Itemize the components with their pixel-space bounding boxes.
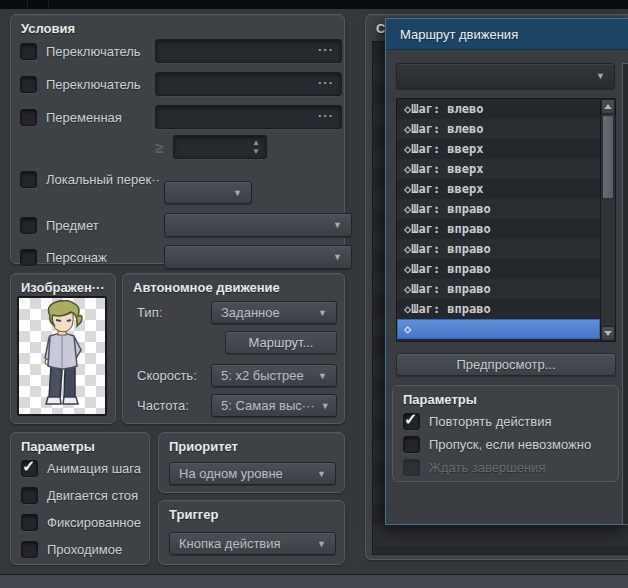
frequency-value: 5: Самая выс··· — [221, 398, 315, 413]
condition-row: Переменная ··· — [20, 105, 342, 129]
chevron-down-icon: ▼ — [590, 71, 605, 81]
route-step-text: ◇Шаг: вверх — [404, 182, 483, 196]
route-step-item[interactable]: ◇Шаг: вправо — [397, 199, 600, 219]
checkbox-label: Фиксированное — [47, 515, 141, 530]
route-step-item[interactable]: ◇ — [397, 319, 600, 339]
frequency-label: Частота: — [137, 398, 189, 413]
checkbox-label: Ждать завершения — [429, 460, 545, 475]
checkbox[interactable] — [21, 460, 38, 477]
checkbox-label: Проходимое — [47, 542, 122, 557]
preview-button[interactable]: Предпросмотр... — [396, 353, 616, 376]
route-step-text: ◇Шаг: влево — [404, 102, 483, 116]
condition-checkbox[interactable] — [20, 109, 37, 126]
trigger-dropdown[interactable]: Кнопка действия ▼ — [169, 532, 336, 555]
route-step-item[interactable]: ◇Шаг: вправо — [397, 259, 600, 279]
variable-amount-row: ≥ ▲▼ — [155, 135, 267, 159]
condition-value-field[interactable]: ··· — [155, 72, 342, 96]
checkbox[interactable] — [403, 413, 420, 430]
dialog-titlebar[interactable]: Маршрут движения — [386, 19, 628, 50]
route-step-text: ◇Шаг: влево — [404, 122, 483, 136]
variable-amount-spinner[interactable]: ▲▼ — [173, 135, 267, 159]
triangle-up-icon — [604, 104, 612, 109]
options-list: Анимация шага Двигается стоя Фиксированн… — [21, 457, 141, 565]
chevron-down-icon: ▼ — [311, 469, 326, 479]
browse-button[interactable]: ··· — [318, 108, 334, 123]
route-steps-rows: ◇Шаг: влево ◇Шаг: влево ◇Шаг: вверх ◇Шаг… — [397, 99, 615, 339]
route-step-item[interactable]: ◇Шаг: влево — [397, 99, 600, 119]
checkbox-label: Пропуск, если невозможно — [429, 437, 591, 452]
route-step-item[interactable]: ◇Шаг: вправо — [397, 299, 600, 319]
image-group: Изображен··· — [10, 273, 116, 424]
checkbox-row: Проходимое — [21, 538, 141, 560]
route-step-item[interactable]: ◇Шаг: вверх — [397, 139, 600, 159]
condition-checkbox[interactable] — [20, 43, 37, 60]
greater-equal-symbol: ≥ — [155, 139, 173, 156]
bottom-window-strip — [0, 574, 628, 588]
route-params-title: Параметры — [393, 386, 618, 407]
route-step-text: ◇Шаг: вправо — [404, 222, 491, 236]
local-switch-checkbox[interactable] — [20, 171, 37, 188]
scroll-up-button[interactable] — [601, 99, 615, 114]
condition-value-field[interactable]: ··· — [155, 105, 342, 129]
route-step-item[interactable]: ◇Шаг: вверх — [397, 179, 600, 199]
character-sprite-image[interactable] — [17, 296, 107, 416]
character-checkbox[interactable] — [20, 249, 37, 266]
browse-button[interactable]: ··· — [318, 42, 334, 57]
priority-group: Приоритет На одном уровне ▼ — [158, 432, 345, 493]
chevron-down-icon: ▼ — [327, 220, 342, 230]
route-step-item[interactable]: ◇Шаг: вправо — [397, 279, 600, 299]
route-step-text: ◇ — [404, 322, 411, 336]
scrollbar-thumb[interactable] — [602, 115, 614, 199]
options-group: Параметры Анимация шага Двигается стоя Ф… — [10, 432, 150, 565]
scroll-down-button[interactable] — [601, 326, 615, 341]
priority-dropdown[interactable]: На одном уровне ▼ — [169, 462, 336, 485]
condition-checkbox[interactable] — [20, 76, 37, 93]
options-title: Параметры — [11, 433, 149, 454]
route-list-scrollbar[interactable] — [600, 99, 615, 341]
route-steps-list[interactable]: ◇Шаг: влево ◇Шаг: влево ◇Шаг: вверх ◇Шаг… — [396, 98, 616, 342]
item-checkbox[interactable] — [20, 217, 37, 234]
route-step-text: ◇Шаг: вправо — [404, 242, 491, 256]
checkbox[interactable] — [21, 487, 38, 504]
speed-value: 5: x2 быстрее — [221, 368, 304, 383]
checkbox-row: Анимация шага — [21, 457, 141, 479]
route-step-text: ◇Шаг: вправо — [404, 302, 491, 316]
priority-title: Приоритет — [159, 433, 344, 454]
conditions-rows: Переключатель ··· Переключатель ··· Пере… — [20, 39, 342, 138]
route-target-dropdown[interactable]: ▼ — [396, 63, 615, 89]
trigger-group: Триггер Кнопка действия ▼ — [158, 500, 345, 565]
checkbox[interactable] — [403, 436, 420, 453]
local-switch-dropdown[interactable]: ▼ — [164, 181, 252, 204]
condition-value-field[interactable]: ··· — [155, 39, 342, 63]
chevron-down-icon: ▼ — [311, 539, 326, 549]
route-step-text: ◇Шаг: вправо — [404, 202, 491, 216]
spinner-arrows-icon[interactable]: ▲▼ — [252, 138, 260, 156]
frequency-dropdown[interactable]: 5: Самая выс··· ▼ — [211, 394, 337, 417]
checkbox[interactable] — [21, 541, 38, 558]
browse-button[interactable]: ··· — [318, 75, 334, 90]
item-condition-row: Предмет — [20, 213, 99, 237]
route-params-list: Повторять действия Пропуск, если невозмо… — [403, 410, 591, 479]
route-params-group: Параметры Повторять действия Пропуск, ес… — [392, 385, 619, 482]
checkbox[interactable] — [21, 514, 38, 531]
dialog-title: Маршрут движения — [386, 27, 518, 42]
movement-type-dropdown[interactable]: Заданное ▼ — [211, 301, 337, 324]
route-step-item[interactable]: ◇Шаг: влево — [397, 119, 600, 139]
chevron-down-icon: ▼ — [227, 188, 242, 198]
item-dropdown[interactable]: ▼ — [164, 213, 352, 237]
checkbox-label: Повторять действия — [429, 414, 551, 429]
route-step-item[interactable]: ◇Шаг: вправо — [397, 239, 600, 259]
local-switch-row: Локальный перек·· — [20, 167, 160, 191]
chevron-down-icon: ▼ — [327, 252, 342, 262]
checkbox-row: Двигается стоя — [21, 484, 141, 506]
chevron-down-icon: ▼ — [312, 371, 327, 381]
speed-dropdown[interactable]: 5: x2 быстрее ▼ — [211, 364, 337, 387]
character-dropdown[interactable]: ▼ — [164, 245, 352, 269]
checkbox[interactable] — [403, 459, 420, 476]
image-group-title: Изображен··· — [11, 274, 115, 295]
route-button[interactable]: Маршрут... — [225, 331, 337, 354]
route-step-item[interactable]: ◇Шаг: вправо — [397, 219, 600, 239]
route-step-item[interactable]: ◇Шаг: вверх — [397, 159, 600, 179]
triangle-down-icon — [604, 331, 612, 336]
route-step-text: ◇Шаг: вправо — [404, 262, 491, 276]
